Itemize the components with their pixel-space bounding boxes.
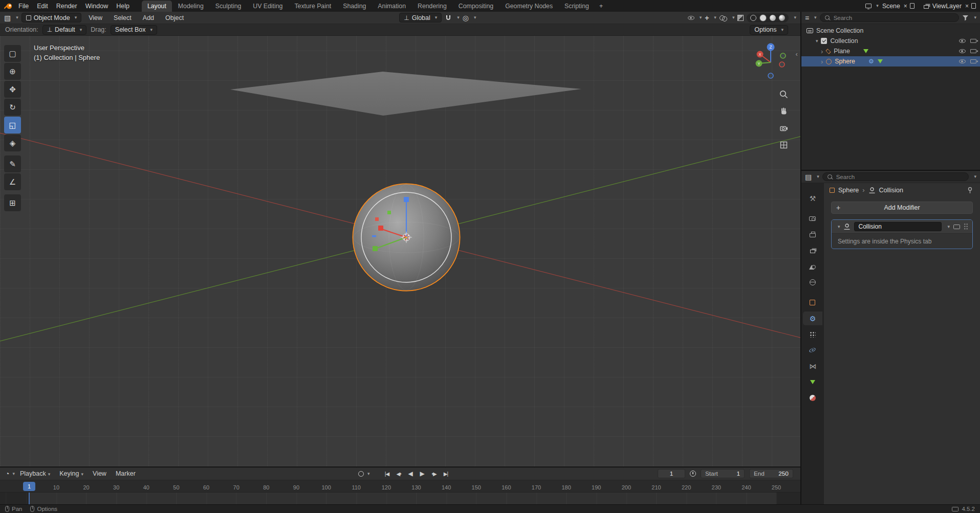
zoom-icon[interactable] (778, 88, 790, 100)
auto-key-record-icon[interactable] (358, 471, 364, 477)
visibility-caret[interactable] (698, 15, 702, 20)
tab-view-layer[interactable] (803, 243, 822, 257)
properties-options-caret[interactable] (972, 174, 976, 179)
tab-uv-editing[interactable]: UV Editing (247, 1, 288, 12)
viewport-canvas[interactable]: User Perspective (1) Collection | Sphere… (0, 36, 800, 466)
proportional-caret[interactable] (472, 15, 476, 20)
tab-sculpting[interactable]: Sculpting (210, 1, 247, 12)
outliner-search-input[interactable]: Search (820, 13, 960, 22)
new-viewlayer-icon[interactable] (971, 3, 976, 9)
jump-to-end-button[interactable]: ▶| (441, 469, 451, 478)
region-collapse-arrow[interactable]: ‹ (796, 50, 798, 58)
play-reverse-button[interactable]: ◀ (405, 469, 416, 478)
jump-to-start-button[interactable]: |◀ (382, 469, 392, 478)
annotate-tool[interactable]: ✎ (4, 155, 21, 172)
tab-modifiers[interactable]: ⚙ (803, 311, 822, 325)
shading-wireframe-icon[interactable] (750, 15, 756, 21)
tab-animation[interactable]: Animation (372, 1, 411, 12)
menu-add[interactable]: Add (139, 13, 158, 23)
editor-type-caret[interactable] (14, 15, 18, 20)
xray-toggle-icon[interactable] (737, 15, 744, 21)
plane-mesh[interactable] (230, 72, 581, 116)
menu-view[interactable]: View (84, 13, 106, 23)
tab-tool[interactable]: ⚒ (803, 191, 822, 205)
sphere-hide-eye-icon[interactable] (959, 59, 966, 63)
ortho-toggle-icon[interactable] (778, 139, 790, 151)
transform-tool[interactable]: ◈ (4, 135, 21, 151)
menu-tl-view[interactable]: View (89, 469, 111, 478)
sphere-mesh-data-icon[interactable] (878, 59, 883, 63)
tab-scene[interactable] (803, 259, 822, 273)
tab-particles[interactable] (803, 327, 822, 341)
orientation-dropdown[interactable]: ⊥ Global (399, 13, 442, 23)
end-frame-field[interactable]: End 250 (749, 469, 793, 478)
scene-unlink-icon[interactable]: × (904, 3, 907, 9)
filter-icon[interactable] (962, 15, 969, 21)
menu-window[interactable]: Window (81, 2, 112, 11)
tab-shading[interactable]: Shading (337, 1, 372, 12)
proportional-edit-icon[interactable]: ◎ (463, 14, 469, 21)
auto-key-caret[interactable] (365, 472, 370, 476)
plane-mesh-data-icon[interactable] (863, 49, 868, 53)
menu-playback[interactable]: Playback (16, 469, 54, 478)
collection-hide-eye-icon[interactable] (959, 39, 966, 43)
current-frame-field[interactable]: 1 (658, 469, 685, 478)
tab-world[interactable] (803, 275, 822, 289)
timeline-ruler[interactable]: 1 10203040506070809010011012013014015016… (0, 480, 800, 493)
tab-geometry-nodes[interactable]: Geometry Nodes (499, 1, 558, 12)
viewlayer-browse-icon[interactable] (924, 5, 929, 9)
menu-render[interactable]: Render (52, 2, 81, 11)
shading-rendered-icon[interactable] (779, 15, 785, 21)
outliner-editor-icon[interactable]: ≡ (805, 14, 809, 21)
pan-hand-icon[interactable] (778, 105, 790, 117)
timeline-track-area[interactable] (0, 493, 800, 504)
menu-file[interactable]: File (14, 2, 33, 11)
tab-constraints[interactable]: ⋈ (803, 359, 822, 373)
gizmos-caret[interactable] (712, 15, 716, 20)
menu-help[interactable]: Help (112, 2, 134, 11)
modifier-panel-header[interactable] (832, 220, 972, 233)
overlays-icon[interactable] (720, 15, 727, 21)
tab-physics[interactable] (803, 343, 822, 357)
outliner-row-scene-collection[interactable]: Scene Collection (801, 26, 980, 36)
current-frame-indicator[interactable]: 1 (23, 482, 35, 491)
tab-material[interactable] (803, 391, 822, 405)
scene-name[interactable]: Scene (881, 3, 901, 10)
properties-search-input[interactable]: Search (822, 172, 969, 181)
menu-keying[interactable]: Keying (55, 469, 88, 478)
prev-keyframe-button[interactable]: ◀• (394, 469, 404, 478)
tab-object-data[interactable] (803, 375, 822, 389)
tab-modeling[interactable]: Modeling (172, 1, 209, 12)
new-scene-icon[interactable] (910, 3, 914, 9)
viewlayer-unlink-icon[interactable]: × (965, 3, 969, 9)
tab-object[interactable] (803, 296, 822, 309)
modifier-extras-caret[interactable] (945, 225, 950, 229)
select-box-tool[interactable]: ▢ (4, 45, 21, 62)
breadcrumb-item[interactable]: Collision (879, 187, 903, 194)
tab-rendering[interactable]: Rendering (412, 1, 452, 12)
panel-expand-caret[interactable] (836, 225, 840, 229)
blender-logo-icon[interactable] (3, 2, 13, 10)
viewlayer-name[interactable]: ViewLayer (931, 3, 963, 10)
menu-select[interactable]: Select (110, 13, 136, 23)
tab-render[interactable] (803, 212, 822, 226)
snap-magnet-icon[interactable] (445, 14, 452, 21)
breadcrumb-object[interactable]: Sphere (838, 187, 859, 194)
overlays-caret[interactable] (730, 15, 735, 20)
modifier-name-input[interactable] (854, 222, 942, 231)
outliner-row-collection[interactable]: Collection (801, 36, 980, 46)
play-button[interactable]: ▶ (417, 469, 427, 478)
orientation-default-dropdown[interactable]: ⊥ Default (42, 25, 87, 35)
stopwatch-icon[interactable] (690, 471, 696, 477)
outliner-editor-caret[interactable] (812, 15, 817, 20)
playhead-line[interactable] (29, 493, 30, 504)
tab-layout[interactable]: Layout (142, 1, 172, 12)
timeline-editor-icon[interactable]: ◔ (5, 470, 9, 477)
outliner-row-plane[interactable]: Plane (801, 46, 980, 56)
drag-dropdown[interactable]: Select Box (111, 25, 157, 35)
start-frame-field[interactable]: Start 1 (701, 469, 745, 478)
plane-expand-chevron[interactable] (821, 48, 823, 55)
properties-editor-caret[interactable] (815, 174, 819, 179)
menu-marker[interactable]: Marker (112, 469, 140, 478)
shading-caret[interactable] (792, 15, 796, 20)
